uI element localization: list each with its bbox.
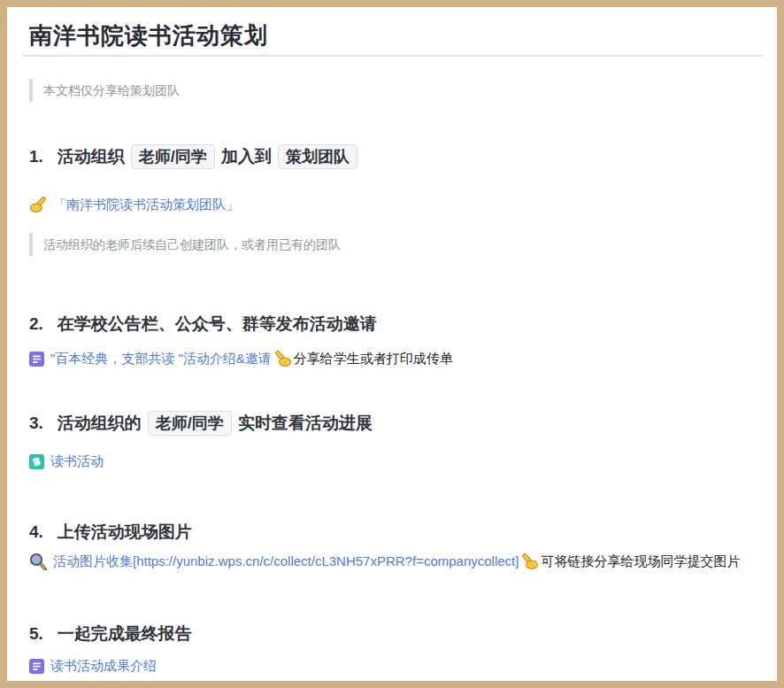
intro-quote: 本文档仅分享给策划团队 [29,79,763,102]
tag-teachers-students-2: 老师/同学 [148,411,232,436]
section-2-heading: 2. 在学校公告栏、公众号、群等发布活动邀请 [29,311,763,337]
section-5-number: 5. [29,621,43,647]
collect-link[interactable]: 活动图片收集[https://yunbiz.wps.cn/c/collect/c… [53,552,519,571]
section-2-text: 在学校公告栏、公众号、群等发布活动邀请 [58,311,377,337]
pointing-hand-right-icon [29,196,47,213]
section-3-text-2: 实时查看活动进展 [238,410,373,437]
activity-link[interactable]: 读书活动 [50,452,104,471]
document-page: 南洋书院读书活动策划 本文档仅分享给策划团队 1. 活动组织 老师/同学 加入到… [0,0,784,688]
report-link-row: 读书活动成果介绍 [29,656,763,676]
team-link-row: 「南洋书院读书活动策划团队」 [29,195,763,214]
invite-doc-link[interactable]: "百本经典，支部共读 "活动介绍&邀请 [50,349,272,368]
collect-link-row: 活动图片收集[https://yunbiz.wps.cn/c/collect/c… [29,552,763,571]
activity-link-row: 读书活动 [29,452,763,471]
note-quote-text: 活动组织的老师后续自己创建团队，或者用已有的团队 [43,237,341,251]
tag-teachers-students: 老师/同学 [131,144,215,169]
report-link[interactable]: 读书活动成果介绍 [50,656,157,676]
document-icon-2 [29,659,44,674]
note-quote: 活动组织的老师后续自己创建团队，或者用已有的团队 [29,233,763,256]
section-1-heading: 1. 活动组织 老师/同学 加入到 策划团队 [29,143,763,170]
intro-quote-text: 本文档仅分享给策划团队 [43,83,180,97]
section-1-text-2: 加入到 [221,143,272,170]
title-divider [22,55,763,57]
page-title: 南洋书院读书活动策划 [29,7,763,50]
invite-note-text: 分享给学生或者打印成传单 [294,349,453,368]
pointing-hand-left-icon [274,350,292,367]
tag-planning-team: 策划团队 [278,144,357,169]
section-1-number: 1. [29,143,43,170]
invite-link-row: "百本经典，支部共读 "活动介绍&邀请 分享给学生或者打印成传单 [29,349,763,368]
section-3-number: 3. [29,410,43,437]
sheet-icon [29,454,44,469]
section-2-number: 2. [29,311,43,337]
section-5-heading: 5. 一起完成最终报告 [29,621,763,647]
section-4-number: 4. [29,519,43,545]
section-1-text: 活动组织 [58,143,125,170]
section-3-heading: 3. 活动组织的 老师/同学 实时查看活动进展 [29,410,763,437]
document-icon [29,352,44,367]
section-4-text: 上传活动现场图片 [58,519,192,545]
collect-note-text: 可将链接分享给现场同学提交图片 [541,552,740,571]
magnifier-icon [29,553,47,570]
section-4-heading: 4. 上传活动现场图片 [29,519,763,545]
team-link[interactable]: 「南洋书院读书活动策划团队」 [53,195,239,214]
pointing-hand-left-icon-2 [521,553,539,570]
section-5-text: 一起完成最终报告 [58,621,192,647]
section-3-text: 活动组织的 [58,410,142,437]
